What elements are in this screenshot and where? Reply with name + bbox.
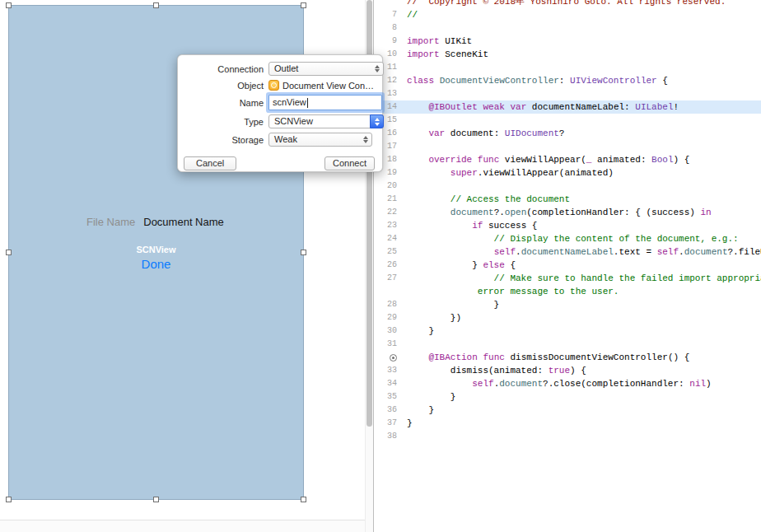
outlet-connection-popover: Connection Outlet Object Document View C… bbox=[177, 54, 383, 172]
canvas-horizontal-scrollbar[interactable] bbox=[0, 520, 366, 532]
code-line[interactable]: 33 dismiss(animated: true) { bbox=[374, 364, 761, 377]
line-number[interactable]: 23 bbox=[374, 219, 400, 232]
line-number[interactable]: 25 bbox=[374, 245, 400, 259]
code-line[interactable]: 25 self.documentNameLabel.text = self.do… bbox=[374, 245, 761, 259]
code-line[interactable]: 13 bbox=[374, 87, 761, 100]
line-number[interactable]: 22 bbox=[374, 206, 400, 219]
line-number[interactable]: 34 bbox=[374, 377, 400, 390]
code-line[interactable]: 11 bbox=[374, 61, 761, 74]
code-line[interactable]: 17 bbox=[374, 140, 761, 153]
code-text: // Copyright © 2018年 Yoshihiro Goto. All… bbox=[407, 0, 726, 8]
line-number[interactable]: 35 bbox=[374, 390, 400, 404]
code-line[interactable]: 36 } bbox=[374, 404, 761, 417]
code-line[interactable]: 7// bbox=[374, 8, 761, 21]
code-line[interactable]: 34 self.document?.close(completionHandle… bbox=[374, 377, 761, 390]
name-label: Name bbox=[184, 98, 264, 108]
source-editor[interactable]: // Copyright © 2018年 Yoshihiro Goto. All… bbox=[373, 0, 761, 532]
type-value: SCNView bbox=[274, 116, 313, 126]
code-line[interactable]: 8 bbox=[374, 21, 761, 35]
code-line[interactable]: 22 document?.open(completionHandler: { (… bbox=[374, 206, 761, 219]
code-text: dismiss(animated: true) { bbox=[407, 364, 586, 377]
code-text: super.viewWillAppear(animated) bbox=[407, 166, 614, 180]
code-text: import UIKit bbox=[407, 35, 472, 48]
code-text: // Access the document bbox=[407, 193, 570, 206]
connection-indicator[interactable] bbox=[374, 351, 400, 364]
code-line[interactable]: error message to the user. bbox=[374, 285, 761, 298]
code-line[interactable]: 12class DocumentViewController: UIViewCo… bbox=[374, 74, 761, 87]
code-line[interactable]: // Copyright © 2018年 Yoshihiro Goto. All… bbox=[374, 0, 761, 8]
object-value-wrap: Document View Con… bbox=[268, 80, 376, 91]
code-line[interactable]: 38 bbox=[374, 430, 761, 443]
code-line[interactable]: 20 bbox=[374, 180, 761, 193]
code-line[interactable]: 23 if success { bbox=[374, 219, 761, 232]
code-line[interactable]: 31 bbox=[374, 338, 761, 351]
code-line[interactable]: 18 override func viewWillAppear(_ animat… bbox=[374, 153, 761, 166]
code-line[interactable]: 28 } bbox=[374, 298, 761, 311]
selection-handle[interactable] bbox=[6, 2, 12, 8]
storage-popup[interactable]: Weak bbox=[268, 133, 372, 147]
line-number[interactable]: 20 bbox=[374, 180, 400, 193]
code-line[interactable]: 21 // Access the document bbox=[374, 193, 761, 206]
line-number[interactable]: 27 bbox=[374, 272, 400, 285]
code-line[interactable]: 10import SceneKit bbox=[374, 48, 761, 61]
selection-handle[interactable] bbox=[153, 2, 159, 8]
line-number[interactable] bbox=[374, 285, 400, 298]
object-value: Document View Con… bbox=[282, 81, 374, 91]
selection-handle[interactable] bbox=[301, 497, 306, 502]
connect-button[interactable]: Connect bbox=[324, 156, 375, 170]
line-number[interactable] bbox=[374, 0, 400, 8]
line-number[interactable]: 37 bbox=[374, 417, 400, 430]
code-text: self.document?.close(completionHandler: … bbox=[407, 377, 712, 390]
connection-value: Outlet bbox=[274, 63, 298, 73]
code-line[interactable]: 14 @IBOutlet weak var documentNameLabel:… bbox=[374, 100, 761, 114]
code-line[interactable]: 19 super.viewWillAppear(animated) bbox=[374, 166, 761, 180]
line-number[interactable]: 28 bbox=[374, 298, 400, 311]
document-name-label: Document Name bbox=[143, 216, 224, 228]
line-number[interactable]: 26 bbox=[374, 259, 400, 272]
line-number[interactable]: 30 bbox=[374, 324, 400, 338]
line-number[interactable]: 29 bbox=[374, 311, 400, 324]
line-number[interactable]: 21 bbox=[374, 193, 400, 206]
code-line[interactable]: 35 } bbox=[374, 390, 761, 404]
code-line[interactable]: 9import UIKit bbox=[374, 35, 761, 48]
document-name-row: File Name Document Name bbox=[86, 216, 224, 228]
code-line[interactable]: 26 } else { bbox=[374, 259, 761, 272]
line-number[interactable]: 8 bbox=[374, 21, 400, 35]
code-text: error message to the user. bbox=[407, 285, 619, 298]
type-combo[interactable]: SCNView bbox=[268, 114, 384, 128]
storage-value: Weak bbox=[274, 134, 297, 144]
code-text: document?.open(completionHandler: { (suc… bbox=[407, 206, 712, 219]
code-line[interactable]: 29 }) bbox=[374, 311, 761, 324]
line-number[interactable]: 7 bbox=[374, 8, 400, 21]
connection-popup[interactable]: Outlet bbox=[268, 62, 384, 76]
code-line[interactable]: 24 // Display the content of the documen… bbox=[374, 232, 761, 245]
code-line[interactable]: 15 bbox=[374, 114, 761, 127]
code-line[interactable]: 16 var document: UIDocument? bbox=[374, 127, 761, 140]
code-line[interactable]: 27 // Make sure to handle the failed imp… bbox=[374, 272, 761, 285]
code-line[interactable]: 37} bbox=[374, 417, 761, 430]
code-text: var document: UIDocument? bbox=[407, 127, 564, 140]
line-number[interactable]: 9 bbox=[374, 35, 400, 48]
combo-arrows-icon[interactable] bbox=[370, 114, 384, 128]
cancel-button[interactable]: Cancel bbox=[184, 156, 236, 170]
name-row: Name scnView bbox=[184, 95, 376, 110]
code-text: @IBOutlet weak var documentNameLabel: UI… bbox=[407, 100, 679, 114]
code-text: self.documentNameLabel.text = self.docum… bbox=[407, 245, 761, 259]
code-text: } bbox=[407, 390, 455, 404]
done-button[interactable]: Done bbox=[9, 257, 303, 271]
line-number[interactable]: 38 bbox=[374, 430, 400, 443]
line-number[interactable]: 31 bbox=[374, 338, 400, 351]
line-number[interactable]: 33 bbox=[374, 364, 400, 377]
code-line[interactable]: @IBAction func dismissDocumentViewContro… bbox=[374, 351, 761, 364]
line-number[interactable]: 36 bbox=[374, 404, 400, 417]
popover-buttons: Cancel Connect bbox=[178, 156, 382, 170]
selection-handle[interactable] bbox=[301, 2, 306, 8]
popup-arrows-icon bbox=[375, 65, 380, 72]
line-number[interactable]: 24 bbox=[374, 232, 400, 245]
selection-handle[interactable] bbox=[6, 497, 12, 502]
name-input[interactable]: scnView bbox=[268, 95, 382, 110]
selection-handle[interactable] bbox=[153, 497, 159, 502]
file-name-label: File Name bbox=[86, 216, 135, 228]
object-label: Object bbox=[184, 81, 264, 91]
code-line[interactable]: 30 } bbox=[374, 324, 761, 338]
